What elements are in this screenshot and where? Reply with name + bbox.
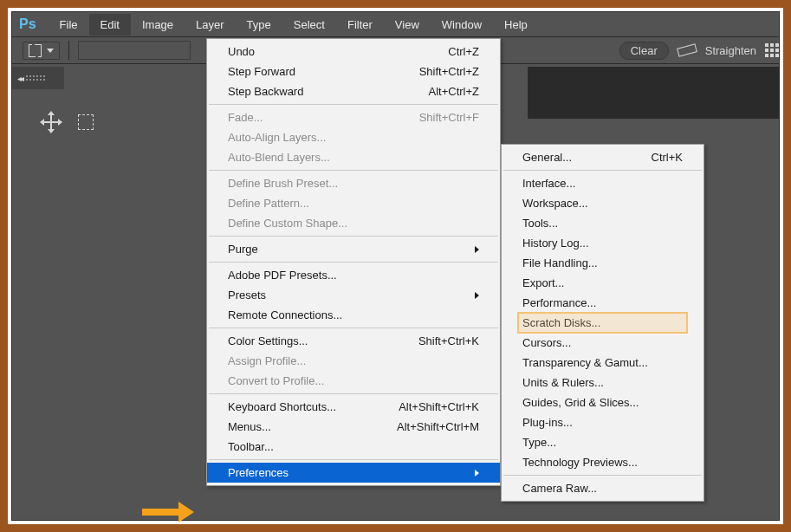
clear-button[interactable]: Clear: [619, 42, 669, 60]
menu-edit[interactable]: Edit: [89, 14, 131, 36]
menu-separator: [503, 475, 702, 476]
menu-item-label: Step Forward: [228, 65, 295, 78]
menu-separator: [209, 262, 498, 263]
preferences-menu-item[interactable]: History Log...: [502, 233, 703, 253]
preferences-menu-item[interactable]: Interface...: [502, 173, 703, 193]
menu-item-label: Define Brush Preset...: [228, 177, 338, 190]
edit-menu-item[interactable]: Adobe PDF Presets...: [207, 265, 500, 285]
menu-item-shortcut: Ctrl+Z: [448, 45, 479, 58]
preferences-submenu: General...Ctrl+KInterface...Workspace...…: [501, 144, 704, 502]
grid-overlay-icon[interactable]: [765, 43, 779, 57]
menu-item-label: Guides, Grid & Slices...: [522, 396, 639, 409]
submenu-arrow-icon: [475, 470, 479, 477]
edit-menu-item[interactable]: Step BackwardAlt+Ctrl+Z: [207, 81, 500, 101]
edit-menu-item[interactable]: Toolbar...: [207, 437, 500, 457]
preferences-menu-item[interactable]: Cursors...: [502, 333, 703, 353]
menu-separator: [209, 328, 498, 328]
menu-item-label: Plug-ins...: [522, 416, 573, 429]
preferences-menu-item[interactable]: Workspace...: [502, 193, 703, 213]
menu-select[interactable]: Select: [282, 14, 336, 36]
preferences-menu-item[interactable]: Guides, Grid & Slices...: [502, 393, 703, 412]
separator: [68, 41, 69, 60]
menu-filter[interactable]: Filter: [336, 14, 384, 36]
crop-icon: [29, 44, 42, 57]
menu-item-shortcut: Shift+Ctrl+F: [419, 111, 479, 124]
panel-collapse-strip[interactable]: ◂◂: [12, 67, 64, 89]
edit-menu-item: Define Brush Preset...: [207, 173, 500, 193]
edit-menu-item[interactable]: Preferences: [207, 463, 500, 483]
move-tool-icon[interactable]: [43, 114, 59, 130]
edit-menu-item[interactable]: Remote Connections...: [207, 305, 500, 325]
menu-item-label: Units & Rulers...: [522, 376, 604, 389]
menu-item-label: Presets: [228, 289, 266, 302]
edit-menu-item: Fade...Shift+Ctrl+F: [207, 107, 500, 127]
menu-item-label: Keyboard Shortcuts...: [228, 400, 336, 413]
preferences-menu-item[interactable]: Transparency & Gamut...: [502, 353, 703, 373]
edit-menu-item: Auto-Align Layers...: [207, 127, 500, 147]
collapse-arrows-icon: ◂◂: [17, 74, 23, 83]
grip-dots-icon: [26, 75, 45, 81]
menu-item-label: Convert to Profile...: [228, 374, 324, 387]
menu-item-label: Fade...: [228, 111, 263, 124]
menu-image[interactable]: Image: [131, 14, 185, 36]
preferences-menu-item[interactable]: Scratch Disks...: [502, 313, 703, 333]
edit-menu-dropdown: UndoCtrl+ZStep ForwardShift+Ctrl+ZStep B…: [206, 38, 501, 486]
edit-menu-item[interactable]: Menus...Alt+Shift+Ctrl+M: [207, 417, 500, 437]
menu-window[interactable]: Window: [431, 14, 493, 36]
menu-item-label: Auto-Blend Layers...: [228, 151, 330, 164]
edit-menu-item: Convert to Profile...: [207, 371, 500, 391]
menu-item-label: Undo: [228, 45, 255, 58]
preferences-menu-item[interactable]: File Handling...: [502, 253, 703, 273]
preferences-menu-item[interactable]: Tools...: [502, 213, 703, 233]
menu-file[interactable]: File: [49, 14, 89, 36]
menu-item-shortcut: Alt+Shift+Ctrl+M: [397, 420, 479, 433]
option-field[interactable]: [78, 41, 191, 60]
preferences-menu-item[interactable]: Export...: [502, 273, 703, 293]
menu-item-label: Cursors...: [522, 336, 571, 349]
menu-item-shortcut: Alt+Ctrl+Z: [428, 85, 479, 98]
document-canvas: [528, 67, 779, 119]
edit-menu-item[interactable]: Color Settings...Shift+Ctrl+K: [207, 331, 500, 351]
menu-help[interactable]: Help: [493, 14, 539, 36]
edit-menu-item: Assign Profile...: [207, 351, 500, 371]
menu-item-label: Purge: [228, 243, 258, 256]
menu-item-label: Scratch Disks...: [522, 316, 600, 329]
toolbox: [43, 114, 94, 130]
menu-type[interactable]: Type: [236, 14, 282, 36]
preferences-menu-item[interactable]: Performance...: [502, 293, 703, 313]
photoshop-app-window: Ps File Edit Image Layer Type Select Fil…: [11, 11, 780, 521]
edit-menu-item: Define Custom Shape...: [207, 213, 500, 233]
submenu-arrow-icon: [475, 292, 479, 299]
menu-item-label: Step Backward: [228, 85, 303, 98]
menu-item-label: Workspace...: [522, 197, 588, 210]
submenu-arrow-icon: [475, 246, 479, 253]
menu-item-label: History Log...: [522, 237, 589, 250]
straighten-button[interactable]: Straighten: [705, 44, 756, 57]
current-tool-dropdown[interactable]: [23, 42, 60, 60]
preferences-menu-item[interactable]: Technology Previews...: [502, 452, 703, 472]
menu-item-label: Interface...: [522, 177, 575, 190]
edit-menu-item[interactable]: Step ForwardShift+Ctrl+Z: [207, 62, 500, 81]
menu-separator: [209, 170, 498, 171]
menu-item-label: Type...: [522, 436, 556, 449]
annotation-arrow: [142, 504, 194, 520]
preferences-menu-item[interactable]: General...Ctrl+K: [502, 147, 703, 167]
menu-layer[interactable]: Layer: [185, 14, 236, 36]
preferences-menu-item[interactable]: Type...: [502, 432, 703, 452]
preferences-menu-item[interactable]: Camera Raw...: [502, 478, 703, 498]
edit-menu-item[interactable]: Keyboard Shortcuts...Alt+Shift+Ctrl+K: [207, 397, 500, 417]
edit-menu-item: Define Pattern...: [207, 193, 500, 213]
menu-item-label: Remote Connections...: [228, 308, 342, 321]
chevron-down-icon: [47, 49, 54, 53]
preferences-menu-item[interactable]: Plug-ins...: [502, 412, 703, 432]
preferences-menu-item[interactable]: Units & Rulers...: [502, 373, 703, 393]
menu-item-label: File Handling...: [522, 256, 598, 269]
edit-menu-item[interactable]: UndoCtrl+Z: [207, 42, 500, 62]
edit-menu-item[interactable]: Purge: [207, 239, 500, 259]
edit-menu-item: Auto-Blend Layers...: [207, 147, 500, 167]
menu-item-label: Auto-Align Layers...: [228, 131, 326, 144]
edit-menu-item[interactable]: Presets: [207, 285, 500, 305]
menu-view[interactable]: View: [384, 14, 431, 36]
marquee-tool-icon[interactable]: [78, 114, 94, 130]
menu-item-label: Menus...: [228, 420, 271, 433]
